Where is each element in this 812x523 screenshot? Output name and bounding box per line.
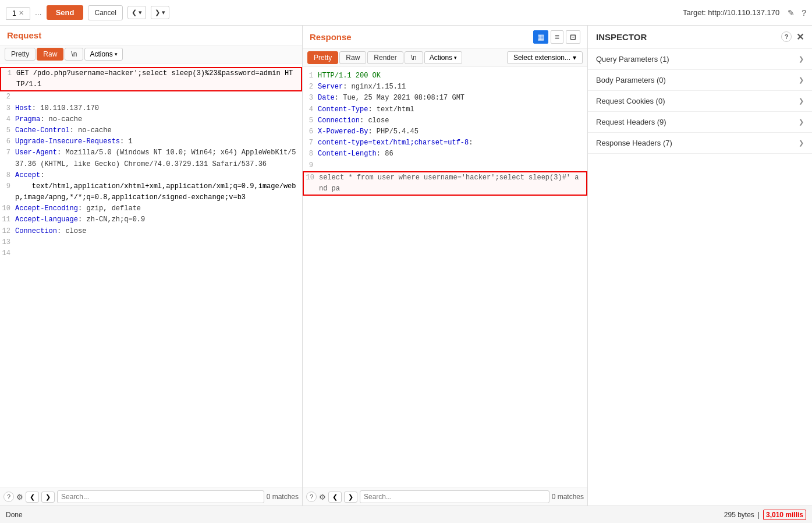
code-line-6: 6Upgrade-Insecure-Requests: 1 [0, 136, 302, 147]
code-line-2: 2 [0, 91, 302, 103]
edit-target-icon[interactable]: ✎ [788, 8, 795, 17]
line-content [15, 91, 302, 103]
request-tab-n[interactable]: \n [65, 48, 83, 61]
line-content: Host: 10.110.137.170 [15, 103, 302, 114]
inspector-section-label: Request Headers (9) [596, 118, 666, 126]
code-line-5: 5Connection: close [303, 115, 587, 126]
view-icon-grid[interactable]: ▦ [533, 30, 548, 44]
response-tab-raw[interactable]: Raw [339, 51, 366, 64]
line-content: Content-Type: text/html [318, 104, 587, 115]
inspector-section-3[interactable]: Request Headers (9) ❯ [588, 112, 812, 133]
line-content: Connection: close [15, 226, 302, 237]
line-number: 5 [0, 125, 15, 136]
inspector-section-0[interactable]: Query Parameters (1) ❯ [588, 49, 812, 70]
inspector-section-label: Response Headers (7) [596, 139, 672, 147]
response-panel: Response ▦ ≡ ⊡ Pretty Raw Render \n Acti… [303, 26, 588, 506]
response-tab-n[interactable]: \n [405, 51, 423, 64]
line-content: Connection: close [318, 115, 587, 126]
inspector-chevron-icon: ❯ [799, 55, 804, 63]
request-tab-pretty[interactable]: Pretty [5, 48, 36, 61]
line-content: GET /pdo.php?username=hacker';select sle… [16, 68, 301, 90]
request-actions-button[interactable]: Actions ▾ [84, 48, 122, 61]
inspector-section-4[interactable]: Response Headers (7) ❯ [588, 133, 812, 154]
code-line-9: 9 [303, 160, 587, 171]
request-tab-raw[interactable]: Raw [37, 48, 63, 61]
line-content: X-Powered-By: PHP/5.4.45 [318, 126, 587, 137]
line-number: 3 [303, 93, 318, 104]
status-done-label: Done [6, 511, 23, 519]
cancel-button[interactable]: Cancel [88, 5, 122, 20]
code-line-1: 1HTTP/1.1 200 OK [303, 70, 587, 82]
nav-back-button[interactable]: ❮ ▾ [127, 6, 146, 19]
target-label: Target: http://10.110.137.170 [683, 8, 779, 17]
response-search-input[interactable] [360, 490, 549, 503]
line-content: Upgrade-Insecure-Requests: 1 [15, 136, 302, 147]
bytes-label: 295 bytes [724, 511, 754, 519]
inspector-chevron-icon: ❯ [799, 118, 804, 126]
line-content: text/html,application/xhtml+xml,applicat… [15, 181, 302, 203]
line-content: Accept-Encoding: gzip, deflate [15, 203, 302, 214]
line-number: 9 [303, 160, 318, 171]
inspector-chevron-icon: ❯ [799, 139, 804, 147]
code-line-10: 10select * from user where username='hac… [303, 171, 587, 196]
request-search-back-button[interactable]: ❮ [26, 492, 39, 503]
code-line-4: 4Pragma: no-cache [0, 114, 302, 125]
line-number: 4 [303, 104, 318, 115]
line-number: 10 [0, 203, 15, 214]
inspector-chevron-icon: ❯ [799, 76, 804, 84]
view-icon-list[interactable]: ≡ [551, 30, 563, 44]
line-number: 7 [303, 137, 318, 149]
send-button[interactable]: Send [47, 5, 84, 20]
line-number: 7 [0, 147, 15, 169]
code-line-13: 13 [0, 237, 302, 248]
line-content: select * from user where username='hacke… [319, 172, 586, 195]
response-search-forward-button[interactable]: ❯ [344, 492, 357, 503]
response-tab-render[interactable]: Render [367, 51, 403, 64]
view-icon-box[interactable]: ⊡ [566, 30, 580, 44]
tab-ellipsis[interactable]: … [35, 9, 42, 17]
response-actions-arrow: ▾ [454, 55, 457, 61]
line-number: 8 [303, 149, 318, 160]
code-line-2: 2Server: nginx/1.15.11 [303, 82, 587, 93]
line-number: 5 [303, 115, 318, 126]
request-search-forward-button[interactable]: ❯ [41, 492, 55, 503]
code-line-9: 9 text/html,application/xhtml+xml,applic… [0, 181, 302, 203]
code-line-12: 12Connection: close [0, 226, 302, 237]
response-actions-button[interactable]: Actions ▾ [424, 51, 462, 64]
request-actions-arrow: ▾ [115, 51, 118, 57]
request-code-area[interactable]: 1GET /pdo.php?username=hacker';select sl… [0, 63, 302, 487]
request-search-input[interactable] [57, 490, 264, 503]
response-tab-pretty[interactable]: Pretty [307, 51, 338, 64]
response-search-gear-icon[interactable]: ⚙ [319, 493, 326, 501]
line-content [318, 160, 587, 171]
line-number: 13 [0, 237, 15, 248]
inspector-title-label: INSPECTOR [596, 32, 647, 42]
nav-forward-button[interactable]: ❯ ▾ [151, 6, 169, 19]
request-search-help-icon[interactable]: ? [3, 492, 14, 502]
response-search-help-icon[interactable]: ? [306, 492, 317, 502]
tab-1[interactable]: 1 ✕ [6, 7, 30, 20]
line-number: 2 [303, 82, 318, 93]
inspector-section-1[interactable]: Body Parameters (0) ❯ [588, 70, 812, 91]
inspector-section-2[interactable]: Request Cookies (0) ❯ [588, 91, 812, 112]
tab-1-close[interactable]: ✕ [19, 9, 24, 17]
line-content [15, 248, 302, 259]
line-content: Cache-Control: no-cache [15, 125, 302, 136]
response-code-area[interactable]: 1HTTP/1.1 200 OK2Server: nginx/1.15.113D… [303, 67, 587, 487]
line-number: 1 [303, 70, 318, 82]
line-content: Content-Length: 86 [318, 149, 587, 160]
inspector-close-icon[interactable]: ✕ [796, 31, 804, 43]
inspector-section-label: Request Cookies (0) [596, 97, 665, 105]
request-search-gear-icon[interactable]: ⚙ [16, 493, 23, 501]
select-extension-button[interactable]: Select extension... ▾ [507, 51, 583, 64]
code-line-5: 5Cache-Control: no-cache [0, 125, 302, 136]
inspector-title-bar: INSPECTOR ? ✕ [588, 26, 812, 49]
select-extension-arrow: ▾ [573, 54, 576, 62]
help-icon-top[interactable]: ? [802, 8, 806, 17]
response-search-back-button[interactable]: ❮ [328, 492, 342, 503]
code-line-11: 11Accept-Language: zh-CN,zh;q=0.9 [0, 214, 302, 225]
inspector-help-icon[interactable]: ? [781, 31, 792, 42]
select-extension-label: Select extension... [513, 54, 570, 62]
response-tabs-row: Pretty Raw Render \n Actions ▾ Select ex… [303, 49, 587, 67]
code-line-7: 7User-Agent: Mozilla/5.0 (Windows NT 10.… [0, 147, 302, 169]
